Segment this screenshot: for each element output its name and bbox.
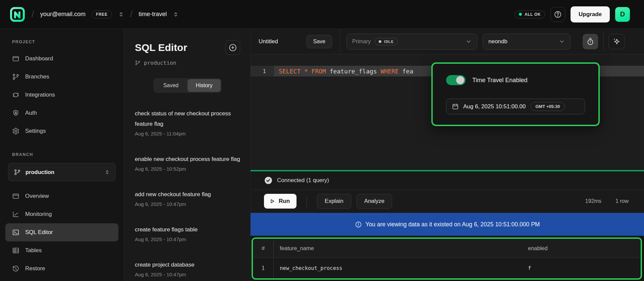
plus-circle-icon bbox=[228, 43, 237, 52]
panel-branch: production bbox=[135, 60, 240, 66]
query-tab-title[interactable]: Untitled bbox=[259, 38, 278, 45]
tab-history[interactable]: History bbox=[187, 79, 221, 92]
time-travel-toggle-label: Time Travel Enabled bbox=[472, 77, 527, 84]
table-icon bbox=[12, 247, 19, 254]
topbar: / your@email.com FREE / time-travel ALL … bbox=[0, 0, 644, 29]
git-branch-icon bbox=[14, 169, 21, 176]
enabled-cell: f bbox=[523, 265, 641, 271]
integrations-icon bbox=[12, 91, 19, 99]
analyze-button[interactable]: Analyze bbox=[357, 194, 392, 209]
history-list-item[interactable]: enable new checkout process feature flag… bbox=[135, 154, 240, 172]
history-list-item[interactable]: check status of new checkout process fea… bbox=[135, 108, 240, 137]
connection-status-bar: Connected (1 query) bbox=[251, 170, 644, 189]
avatar[interactable]: D bbox=[615, 7, 630, 22]
query-toolbar: Run Explain Analyze 192ms 1 row bbox=[251, 189, 644, 213]
chevron-down-icon bbox=[466, 39, 472, 45]
sidebar-item-monitoring[interactable]: Monitoring bbox=[5, 205, 118, 223]
idle-dot-icon bbox=[379, 40, 381, 43]
editor-header: Untitled Save Primary IDLE neondb bbox=[251, 29, 644, 54]
sidebar-item-settings[interactable]: Settings bbox=[5, 122, 118, 140]
account-switcher-chevrons-icon[interactable] bbox=[118, 11, 124, 17]
check-circle-icon bbox=[264, 176, 273, 185]
column-header-feature-name[interactable]: feature_name bbox=[274, 245, 523, 251]
database-select[interactable]: neondb bbox=[483, 34, 571, 50]
calendar-icon bbox=[452, 103, 459, 110]
project-section-label: PROJECT bbox=[0, 40, 124, 44]
neon-console: / your@email.com FREE / time-travel ALL … bbox=[0, 0, 644, 281]
results-table: # feature_name enabled 1 new_checkout_pr… bbox=[252, 237, 642, 280]
project-switcher-chevrons-icon[interactable] bbox=[173, 11, 179, 17]
git-branch-icon bbox=[135, 60, 141, 66]
row-index-cell: 1 bbox=[253, 258, 274, 278]
tab-saved[interactable]: Saved bbox=[154, 79, 187, 92]
run-button[interactable]: Run bbox=[264, 194, 297, 209]
neon-logo-icon[interactable] bbox=[9, 6, 25, 22]
chevrons-up-down-icon bbox=[104, 169, 110, 175]
time-travel-toggle[interactable] bbox=[446, 75, 466, 85]
sidebar-item-tables[interactable]: Tables bbox=[5, 241, 118, 260]
project-name[interactable]: time-travel bbox=[139, 11, 167, 18]
question-icon bbox=[554, 10, 562, 18]
time-travel-datetime: Aug 6, 2025 10:51:00.00 bbox=[463, 103, 526, 110]
git-branch-icon bbox=[12, 73, 19, 80]
chart-icon bbox=[12, 211, 19, 218]
explain-button[interactable]: Explain bbox=[317, 194, 351, 209]
upgrade-button[interactable]: Upgrade bbox=[571, 6, 610, 22]
sidebar-item-dashboard[interactable]: Dashboard bbox=[5, 50, 118, 68]
status-badge[interactable]: ALL OK bbox=[515, 10, 545, 18]
compute-status-badge: IDLE bbox=[375, 38, 398, 45]
overview-icon bbox=[12, 192, 19, 200]
sidebar-item-sql-editor[interactable]: SQL Editor bbox=[5, 223, 118, 241]
connection-status-text: Connected (1 query) bbox=[277, 177, 329, 184]
stopwatch-icon bbox=[586, 38, 594, 46]
topbar-actions: ALL OK Upgrade D bbox=[515, 6, 630, 22]
history-list-item[interactable]: create feature flags table Aug 6, 2025 -… bbox=[135, 224, 240, 243]
editor-controls: Primary IDLE neondb bbox=[340, 29, 644, 54]
column-header-enabled[interactable]: enabled bbox=[523, 245, 641, 251]
chevron-down-icon bbox=[559, 39, 565, 45]
sidebar-item-restore[interactable]: Restore bbox=[5, 260, 118, 278]
breadcrumb-separator: / bbox=[130, 9, 133, 19]
info-icon bbox=[355, 221, 362, 228]
results-section: # feature_name enabled 1 new_checkout_pr… bbox=[251, 236, 644, 281]
results-header-row: # feature_name enabled bbox=[253, 239, 641, 258]
sidebar-item-integrations[interactable]: Integrations bbox=[5, 86, 118, 104]
time-travel-banner: You are viewing data as it existed on Au… bbox=[251, 213, 644, 236]
feature-name-cell: new_checkout_process bbox=[274, 265, 523, 271]
time-travel-popup: Time Travel Enabled Aug 6, 2025 10:51:00… bbox=[431, 62, 600, 126]
status-dot-icon bbox=[519, 13, 522, 16]
plan-badge: FREE bbox=[92, 10, 112, 18]
query-duration: 192ms bbox=[585, 198, 601, 204]
branch-section-label: BRANCH bbox=[0, 152, 124, 157]
sidebar-item-overview[interactable]: Overview bbox=[5, 187, 118, 205]
branch-selector[interactable]: production bbox=[8, 163, 116, 181]
history-restore-icon bbox=[12, 265, 19, 272]
timezone-badge: GMT +05:30 bbox=[531, 102, 565, 111]
sidebar-item-branches[interactable]: Branches bbox=[5, 68, 118, 86]
saved-history-tabs: Saved History bbox=[153, 78, 222, 93]
account-email[interactable]: your@email.com bbox=[40, 11, 86, 18]
panel-title: SQL Editor bbox=[135, 42, 187, 54]
history-list-item[interactable]: add new checkout feature flag Aug 6, 202… bbox=[135, 189, 240, 208]
history-list-item[interactable]: create project database Aug 6, 2025 - 10… bbox=[135, 260, 240, 278]
toggle-knob bbox=[456, 76, 464, 84]
branch-selector-value: production bbox=[25, 169, 54, 175]
time-travel-button[interactable] bbox=[583, 34, 598, 49]
ai-assist-button[interactable] bbox=[608, 34, 625, 49]
breadcrumb-separator: / bbox=[32, 9, 34, 19]
time-travel-datetime-field[interactable]: Aug 6, 2025 10:51:00.00 GMT +05:30 bbox=[446, 99, 585, 114]
sidebar-item-auth[interactable]: Auth bbox=[5, 104, 118, 122]
save-button[interactable]: Save bbox=[307, 35, 332, 48]
column-header-index[interactable]: # bbox=[253, 239, 274, 258]
sql-editor-panel: SQL Editor production Saved History chec… bbox=[124, 29, 251, 281]
new-query-button[interactable] bbox=[225, 40, 240, 55]
help-button[interactable] bbox=[550, 7, 565, 22]
sql-editor-icon bbox=[12, 229, 19, 236]
query-tab-section: Untitled Save bbox=[251, 29, 340, 54]
compute-select[interactable]: Primary IDLE bbox=[346, 34, 477, 50]
row-count: 1 row bbox=[615, 198, 629, 204]
line-number: 1 bbox=[251, 66, 274, 76]
table-row[interactable]: 1 new_checkout_process f bbox=[253, 258, 641, 278]
banner-message: You are viewing data as it existed on Au… bbox=[366, 221, 540, 228]
auth-shield-icon bbox=[12, 109, 19, 117]
